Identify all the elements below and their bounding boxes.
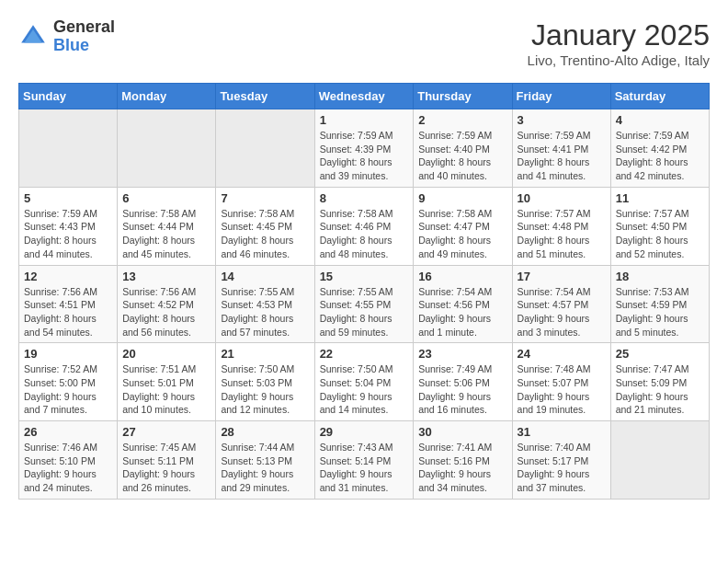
day-info: Sunrise: 7:55 AM Sunset: 4:53 PM Dayligh… (221, 285, 309, 339)
weekday-header-saturday: Saturday (610, 84, 709, 109)
day-number: 24 (518, 347, 606, 361)
calendar-cell (19, 109, 118, 188)
day-info: Sunrise: 7:43 AM Sunset: 5:14 PM Dayligh… (320, 441, 409, 495)
day-info: Sunrise: 7:41 AM Sunset: 5:16 PM Dayligh… (418, 441, 506, 495)
day-info: Sunrise: 7:59 AM Sunset: 4:41 PM Dayligh… (518, 129, 606, 183)
header: General Blue January 2025 Livo, Trentino… (18, 18, 710, 68)
calendar-cell: 28Sunrise: 7:44 AM Sunset: 5:13 PM Dayli… (216, 421, 314, 500)
day-number: 23 (418, 347, 506, 361)
day-number: 4 (616, 113, 704, 127)
calendar-cell: 21Sunrise: 7:50 AM Sunset: 5:03 PM Dayli… (216, 343, 314, 421)
day-info: Sunrise: 7:46 AM Sunset: 5:10 PM Dayligh… (24, 441, 112, 495)
day-number: 19 (24, 347, 112, 361)
calendar-cell: 20Sunrise: 7:51 AM Sunset: 5:01 PM Dayli… (118, 343, 216, 421)
day-number: 3 (518, 113, 606, 127)
day-number: 25 (616, 347, 704, 361)
logo-icon (18, 22, 48, 52)
location-title: Livo, Trentino-Alto Adige, Italy (528, 52, 710, 68)
weekday-header-friday: Friday (512, 84, 610, 109)
calendar-cell: 25Sunrise: 7:47 AM Sunset: 5:09 PM Dayli… (610, 343, 709, 421)
calendar-cell: 11Sunrise: 7:57 AM Sunset: 4:50 PM Dayli… (610, 187, 709, 265)
calendar-cell (216, 109, 314, 188)
day-info: Sunrise: 7:57 AM Sunset: 4:50 PM Dayligh… (616, 207, 704, 261)
day-number: 27 (122, 425, 210, 439)
day-info: Sunrise: 7:47 AM Sunset: 5:09 PM Dayligh… (616, 362, 704, 417)
calendar-cell: 13Sunrise: 7:56 AM Sunset: 4:52 PM Dayli… (118, 265, 216, 343)
day-info: Sunrise: 7:54 AM Sunset: 4:57 PM Dayligh… (518, 285, 606, 339)
logo: General Blue (18, 18, 115, 55)
calendar-cell: 22Sunrise: 7:50 AM Sunset: 5:04 PM Dayli… (314, 343, 414, 421)
day-number: 18 (616, 270, 704, 283)
day-info: Sunrise: 7:45 AM Sunset: 5:11 PM Dayligh… (122, 441, 210, 495)
weekday-header-sunday: Sunday (19, 84, 118, 109)
title-area: January 2025 Livo, Trentino-Alto Adige, … (528, 18, 710, 68)
calendar-cell: 2Sunrise: 7:59 AM Sunset: 4:40 PM Daylig… (414, 109, 512, 188)
day-number: 13 (122, 270, 210, 283)
day-info: Sunrise: 7:58 AM Sunset: 4:44 PM Dayligh… (122, 207, 210, 261)
calendar-cell: 27Sunrise: 7:45 AM Sunset: 5:11 PM Dayli… (118, 421, 216, 500)
weekday-header-wednesday: Wednesday (314, 84, 414, 109)
day-info: Sunrise: 7:51 AM Sunset: 5:01 PM Dayligh… (122, 362, 210, 417)
day-info: Sunrise: 7:48 AM Sunset: 5:07 PM Dayligh… (518, 362, 606, 417)
day-info: Sunrise: 7:58 AM Sunset: 4:46 PM Dayligh… (320, 207, 409, 261)
day-info: Sunrise: 7:58 AM Sunset: 4:47 PM Dayligh… (418, 207, 506, 261)
calendar-cell: 9Sunrise: 7:58 AM Sunset: 4:47 PM Daylig… (414, 187, 512, 265)
day-number: 11 (616, 191, 704, 205)
calendar-cell: 31Sunrise: 7:40 AM Sunset: 5:17 PM Dayli… (512, 421, 610, 500)
calendar-cell: 19Sunrise: 7:52 AM Sunset: 5:00 PM Dayli… (19, 343, 118, 421)
weekday-header-row: SundayMondayTuesdayWednesdayThursdayFrid… (19, 84, 710, 109)
calendar-cell: 16Sunrise: 7:54 AM Sunset: 4:56 PM Dayli… (414, 265, 512, 343)
calendar-cell: 29Sunrise: 7:43 AM Sunset: 5:14 PM Dayli… (314, 421, 414, 500)
day-info: Sunrise: 7:56 AM Sunset: 4:51 PM Dayligh… (24, 285, 112, 339)
logo-text: General Blue (53, 18, 115, 55)
day-number: 15 (320, 270, 409, 283)
day-number: 10 (518, 191, 606, 205)
calendar-cell: 23Sunrise: 7:49 AM Sunset: 5:06 PM Dayli… (414, 343, 512, 421)
day-number: 9 (418, 191, 506, 205)
day-number: 29 (320, 425, 409, 439)
calendar-cell: 10Sunrise: 7:57 AM Sunset: 4:48 PM Dayli… (512, 187, 610, 265)
day-info: Sunrise: 7:53 AM Sunset: 4:59 PM Dayligh… (616, 285, 704, 339)
weekday-header-monday: Monday (118, 84, 216, 109)
day-info: Sunrise: 7:52 AM Sunset: 5:00 PM Dayligh… (24, 362, 112, 417)
day-number: 14 (221, 270, 309, 283)
calendar-cell: 8Sunrise: 7:58 AM Sunset: 4:46 PM Daylig… (314, 187, 414, 265)
day-info: Sunrise: 7:57 AM Sunset: 4:48 PM Dayligh… (518, 207, 606, 261)
calendar-cell: 3Sunrise: 7:59 AM Sunset: 4:41 PM Daylig… (512, 109, 610, 188)
day-number: 30 (418, 425, 506, 439)
calendar-cell: 12Sunrise: 7:56 AM Sunset: 4:51 PM Dayli… (19, 265, 118, 343)
day-number: 6 (122, 191, 210, 205)
day-number: 31 (518, 425, 606, 439)
day-info: Sunrise: 7:40 AM Sunset: 5:17 PM Dayligh… (518, 441, 606, 495)
day-number: 5 (24, 191, 112, 205)
calendar-cell (118, 109, 216, 188)
calendar-cell: 24Sunrise: 7:48 AM Sunset: 5:07 PM Dayli… (512, 343, 610, 421)
calendar-cell: 26Sunrise: 7:46 AM Sunset: 5:10 PM Dayli… (19, 421, 118, 500)
day-info: Sunrise: 7:56 AM Sunset: 4:52 PM Dayligh… (122, 285, 210, 339)
day-number: 16 (418, 270, 506, 283)
day-number: 20 (122, 347, 210, 361)
day-number: 1 (320, 113, 409, 127)
day-number: 17 (518, 270, 606, 283)
day-info: Sunrise: 7:59 AM Sunset: 4:39 PM Dayligh… (320, 129, 409, 183)
day-info: Sunrise: 7:58 AM Sunset: 4:45 PM Dayligh… (221, 207, 309, 261)
day-number: 21 (221, 347, 309, 361)
weekday-header-thursday: Thursday (414, 84, 512, 109)
calendar-cell: 30Sunrise: 7:41 AM Sunset: 5:16 PM Dayli… (414, 421, 512, 500)
week-row-4: 19Sunrise: 7:52 AM Sunset: 5:00 PM Dayli… (19, 343, 710, 421)
day-number: 22 (320, 347, 409, 361)
calendar-cell: 17Sunrise: 7:54 AM Sunset: 4:57 PM Dayli… (512, 265, 610, 343)
day-info: Sunrise: 7:54 AM Sunset: 4:56 PM Dayligh… (418, 285, 506, 339)
calendar-cell: 1Sunrise: 7:59 AM Sunset: 4:39 PM Daylig… (314, 109, 414, 188)
day-info: Sunrise: 7:44 AM Sunset: 5:13 PM Dayligh… (221, 441, 309, 495)
day-number: 26 (24, 425, 112, 439)
calendar-cell: 14Sunrise: 7:55 AM Sunset: 4:53 PM Dayli… (216, 265, 314, 343)
day-info: Sunrise: 7:59 AM Sunset: 4:42 PM Dayligh… (616, 129, 704, 183)
calendar-cell: 18Sunrise: 7:53 AM Sunset: 4:59 PM Dayli… (610, 265, 709, 343)
week-row-2: 5Sunrise: 7:59 AM Sunset: 4:43 PM Daylig… (19, 187, 710, 265)
day-info: Sunrise: 7:50 AM Sunset: 5:03 PM Dayligh… (221, 362, 309, 417)
week-row-1: 1Sunrise: 7:59 AM Sunset: 4:39 PM Daylig… (19, 109, 710, 188)
day-info: Sunrise: 7:59 AM Sunset: 4:43 PM Dayligh… (24, 207, 112, 261)
logo-blue-text: Blue (53, 36, 89, 54)
week-row-5: 26Sunrise: 7:46 AM Sunset: 5:10 PM Dayli… (19, 421, 710, 500)
